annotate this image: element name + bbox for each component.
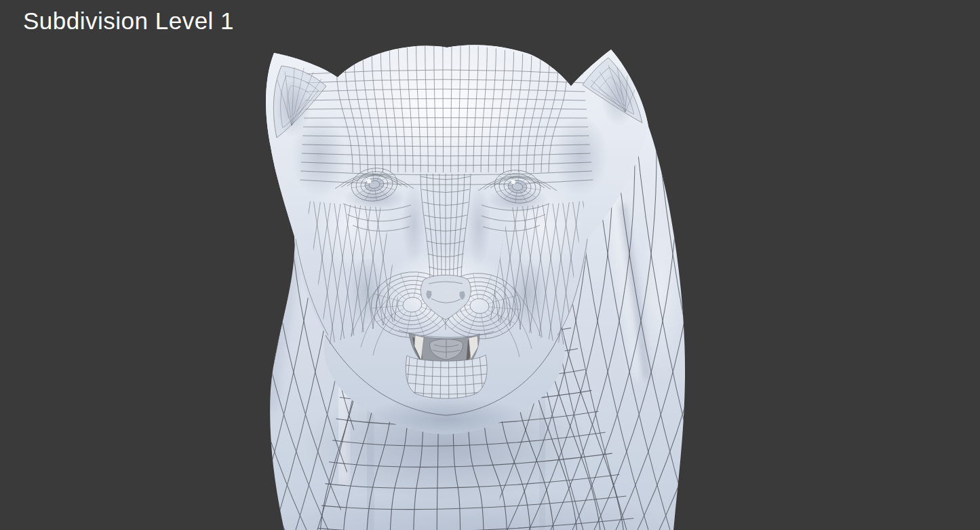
chin — [406, 355, 487, 399]
wireframe-model-render — [0, 0, 980, 530]
viewport-3d-render: Subdivision Level 1 — [0, 0, 980, 530]
subdivision-level-label: Subdivision Level 1 — [23, 7, 234, 35]
